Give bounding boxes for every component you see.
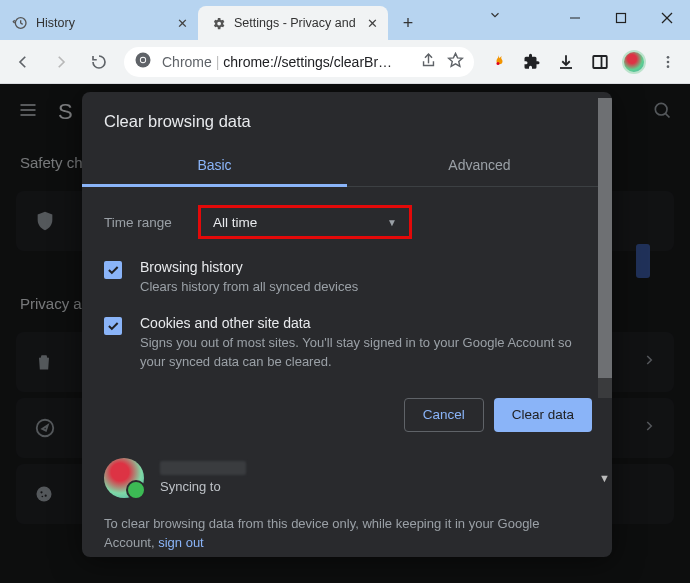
profile-avatar[interactable] — [618, 46, 650, 78]
time-range-select[interactable]: All time ▼ — [198, 205, 412, 239]
back-button[interactable] — [6, 45, 40, 79]
maximize-button[interactable] — [598, 0, 644, 36]
time-range-value: All time — [213, 215, 257, 230]
svg-point-8 — [497, 62, 500, 65]
gear-icon — [210, 15, 226, 31]
extension-flame-icon[interactable] — [482, 46, 514, 78]
option-title: Browsing history — [140, 259, 358, 275]
svg-rect-2 — [617, 14, 626, 23]
tab-advanced[interactable]: Advanced — [347, 143, 612, 186]
close-button[interactable] — [644, 0, 690, 36]
time-range-row: Time range All time ▼ — [82, 187, 612, 243]
chrome-icon — [134, 51, 152, 72]
time-range-label: Time range — [104, 215, 184, 230]
share-icon[interactable] — [420, 52, 437, 72]
forward-button[interactable] — [44, 45, 78, 79]
svg-point-12 — [667, 60, 670, 63]
downloads-icon[interactable] — [550, 46, 582, 78]
option-cookies[interactable]: Cookies and other site data Signs you ou… — [82, 299, 612, 374]
close-icon[interactable]: ✕ — [364, 15, 380, 31]
scroll-down-icon[interactable]: ▼ — [599, 472, 610, 484]
checkbox-checked[interactable] — [104, 317, 122, 335]
tab-settings[interactable]: Settings - Privacy and ✕ — [198, 6, 388, 40]
option-subtitle: Signs you out of most sites. You'll stay… — [140, 334, 590, 372]
tab-basic[interactable]: Basic — [82, 143, 347, 186]
option-title: Cookies and other site data — [140, 315, 590, 331]
tab-search-button[interactable] — [488, 8, 502, 26]
settings-page: S Safety ch Privacy a ▼ Clear browsing d… — [0, 84, 690, 583]
cancel-button[interactable]: Cancel — [404, 398, 484, 432]
svg-rect-9 — [593, 56, 607, 68]
address-bar[interactable]: Chrome | chrome://settings/clearBr… — [124, 47, 474, 77]
minimize-button[interactable] — [552, 0, 598, 36]
tab-title: Settings - Privacy and — [234, 16, 356, 30]
scrollbar-thumb[interactable] — [598, 98, 612, 378]
checkbox-checked[interactable] — [104, 261, 122, 279]
svg-point-7 — [141, 58, 146, 63]
redacted-name — [160, 461, 246, 475]
sidepanel-icon[interactable] — [584, 46, 616, 78]
tab-history[interactable]: History ✕ — [0, 6, 198, 40]
dialog-tabs: Basic Advanced — [82, 143, 612, 187]
tab-title: History — [36, 16, 166, 30]
chevron-down-icon: ▼ — [387, 217, 397, 228]
new-tab-button[interactable]: + — [394, 9, 422, 37]
extensions-icon[interactable] — [516, 46, 548, 78]
sync-account-row[interactable]: Syncing to — [82, 446, 612, 500]
svg-point-11 — [667, 56, 670, 59]
dialog-title: Clear browsing data — [82, 92, 612, 143]
address-text: Chrome | chrome://settings/clearBr… — [162, 54, 410, 70]
dialog-footer: Cancel Clear data — [82, 374, 612, 446]
clear-data-button[interactable]: Clear data — [494, 398, 592, 432]
toolbar-extensions — [482, 46, 684, 78]
option-browsing-history[interactable]: Browsing history Clears history from all… — [82, 243, 612, 299]
footnote: To clear browsing data from this device … — [82, 500, 612, 557]
close-icon[interactable]: ✕ — [174, 15, 190, 31]
menu-button[interactable] — [652, 46, 684, 78]
option-subtitle: Clears history from all synced devices — [140, 278, 358, 297]
browser-toolbar: Chrome | chrome://settings/clearBr… — [0, 40, 690, 84]
avatar — [104, 458, 144, 498]
bookmark-icon[interactable] — [447, 52, 464, 72]
reload-button[interactable] — [82, 45, 116, 79]
sync-label: Syncing to — [160, 479, 221, 494]
browser-tabstrip: History ✕ Settings - Privacy and ✕ + — [0, 0, 690, 40]
svg-point-13 — [667, 65, 670, 68]
sign-out-link[interactable]: sign out — [158, 535, 204, 550]
window-controls — [552, 0, 690, 36]
history-icon — [12, 15, 28, 31]
sync-text: Syncing to — [160, 461, 246, 494]
clear-browsing-data-dialog: ▼ Clear browsing data Basic Advanced Tim… — [82, 92, 612, 557]
